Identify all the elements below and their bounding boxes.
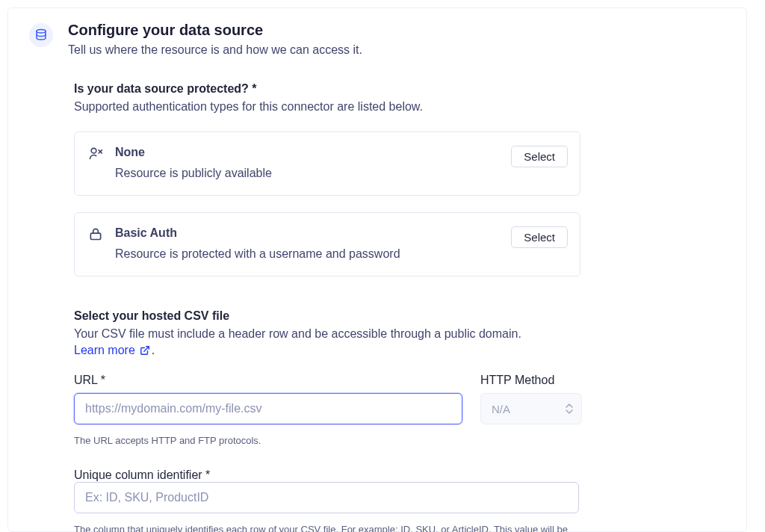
url-input[interactable] [74,393,462,424]
external-link-icon [140,345,150,356]
svg-rect-4 [90,233,100,239]
http-method-value: N/A [492,403,510,415]
svg-point-1 [91,148,96,153]
auth-section: Is your data source protected? * Support… [8,82,746,276]
select-none-button[interactable]: Select [511,146,568,167]
http-method-label: HTTP Method [480,374,582,387]
chevron-up-down-icon [565,403,574,415]
auth-heading: Is your data source protected? * [74,82,580,96]
page-title: Configure your data source [68,22,362,39]
select-basic-button[interactable]: Select [511,226,568,248]
unique-id-label: Unique column identifier * [74,468,210,481]
url-field: URL * The URL accepts HTTP and FTP proto… [74,374,462,446]
auth-option-desc: Resource is protected with a username an… [115,247,511,261]
url-hint: The URL accepts HTTP and FTP protocols. [74,435,462,446]
svg-point-0 [37,30,46,34]
header: Configure your data source Tell us where… [8,22,746,57]
learn-more-period: . [152,344,155,357]
configure-card: Configure your data source Tell us where… [7,7,747,532]
csv-description: Your CSV file must include a header row … [74,327,580,341]
auth-option-basic: Basic Auth Resource is protected with a … [74,212,580,276]
auth-option-title: None [115,146,511,159]
auth-option-desc: Resource is publicly available [115,167,511,180]
user-x-icon [87,146,105,161]
learn-more-link[interactable]: Learn more . [74,344,155,357]
auth-description: Supported authentication types for this … [74,100,580,114]
unique-id-hint: The column that uniquely identifies each… [74,524,579,532]
http-method-field: HTTP Method N/A [480,374,582,446]
svg-line-5 [144,347,149,351]
csv-heading: Select your hosted CSV file [74,309,580,323]
lock-icon [87,226,105,241]
database-icon [29,23,53,47]
url-label: URL * [74,374,462,387]
http-method-select[interactable]: N/A [480,393,582,424]
csv-section: Select your hosted CSV file Your CSV fil… [8,309,746,532]
unique-id-input[interactable] [74,482,579,513]
learn-more-label: Learn more [74,344,135,357]
page-subtitle: Tell us where the resource is and how we… [68,43,362,57]
auth-option-none: None Resource is publicly available Sele… [74,132,580,196]
auth-option-title: Basic Auth [115,226,511,240]
